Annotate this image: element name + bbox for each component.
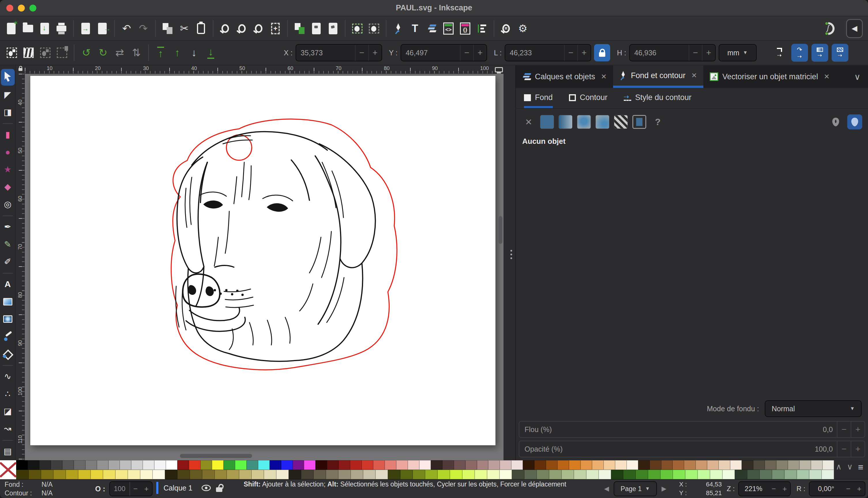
tab-vectoriser-objet-matriciel[interactable]: Vectoriser un objet matriciel ✕	[703, 65, 836, 88]
copy-icon[interactable]	[159, 18, 176, 39]
opacity-slider[interactable]: Opacité (%) 100,0 − +	[519, 441, 865, 457]
palette-swatch[interactable]	[799, 460, 811, 470]
palette-swatch[interactable]	[350, 460, 362, 470]
no-paint-button[interactable]: ✕	[522, 115, 535, 129]
palette-swatch[interactable]	[809, 470, 821, 479]
width-field[interactable]: 46,233−+	[505, 44, 591, 61]
zoom-increment[interactable]: +	[779, 484, 790, 494]
palette-swatch[interactable]	[85, 460, 97, 470]
palette-swatch[interactable]	[615, 460, 627, 470]
palette-swatch[interactable]	[822, 460, 834, 470]
palette-swatch[interactable]	[636, 470, 648, 479]
node-editor-tool[interactable]: ◤	[1, 86, 15, 103]
palette-swatch[interactable]	[500, 470, 512, 479]
undo-icon[interactable]: ↶	[118, 18, 135, 39]
palette-swatch[interactable]	[718, 460, 730, 470]
lower-icon[interactable]: ↓	[186, 43, 203, 63]
paint-bucket-tool[interactable]	[1, 345, 15, 362]
height-increment[interactable]: +	[702, 48, 715, 58]
fill-rule-evenodd-button[interactable]	[828, 115, 843, 129]
mesh-gradient-tool[interactable]	[1, 311, 15, 327]
blur-increment[interactable]: +	[851, 424, 865, 434]
import-icon[interactable]	[77, 18, 94, 39]
next-page-button[interactable]: ▶	[662, 485, 666, 493]
selectors-css-icon[interactable]: {}	[457, 18, 474, 39]
ungroup-icon[interactable]	[366, 18, 383, 39]
shape-builder-tool[interactable]: ◨	[1, 104, 15, 120]
palette-swatch[interactable]	[465, 460, 477, 470]
palette-swatch[interactable]	[200, 460, 212, 470]
swatch-button[interactable]	[632, 115, 646, 129]
fill-stroke-dialog-icon[interactable]	[390, 18, 406, 39]
selection-bbox-icon[interactable]	[54, 43, 70, 63]
palette-swatch[interactable]	[442, 460, 454, 470]
palette-swatch[interactable]	[315, 460, 327, 470]
palette-swatch[interactable]	[313, 470, 326, 479]
subtab-contour[interactable]: Contour	[569, 93, 608, 108]
palette-swatch[interactable]	[154, 460, 166, 470]
vertical-scrollbar[interactable]	[498, 74, 503, 460]
palette-swatch[interactable]	[62, 460, 74, 470]
palette-swatch[interactable]	[730, 460, 742, 470]
palette-swatch[interactable]	[97, 460, 108, 470]
y-increment[interactable]: +	[474, 48, 487, 58]
export-icon[interactable]	[94, 18, 111, 39]
palette-swatch[interactable]	[202, 470, 215, 479]
palette-swatch[interactable]	[685, 470, 698, 479]
palette-swatch[interactable]	[166, 460, 177, 470]
palette-swatch[interactable]	[78, 470, 91, 479]
no-color-swatch[interactable]	[0, 460, 16, 479]
flat-color-button[interactable]	[540, 115, 554, 129]
page[interactable]	[30, 76, 495, 445]
subtab-style-du-contour[interactable]: ⇢ Style du contour	[624, 93, 691, 108]
opacity-field-increment[interactable]: +	[141, 484, 152, 494]
canvas[interactable]	[25, 74, 504, 460]
palette-swatch[interactable]	[212, 460, 223, 470]
duplicate-icon[interactable]	[291, 18, 308, 39]
palette-swatch[interactable]	[115, 470, 128, 479]
fill-stroke-indicator[interactable]: Fond :N/A Contour :N/A	[4, 480, 67, 497]
x-decrement[interactable]: −	[355, 48, 368, 58]
cut-icon[interactable]: ✂	[176, 18, 193, 39]
palette-swatch[interactable]	[747, 470, 760, 479]
palette-scroll-down-icon[interactable]: ∨	[847, 462, 853, 471]
palette-swatch[interactable]	[477, 460, 489, 470]
palette-swatch[interactable]	[103, 470, 115, 479]
palette-swatch[interactable]	[487, 470, 500, 479]
ellipse-tool[interactable]: ●	[1, 144, 15, 160]
rotation-decrement[interactable]: −	[843, 484, 854, 494]
palette-swatch[interactable]	[363, 470, 375, 479]
dock-splitter-handle[interactable]	[508, 250, 515, 259]
eraser-tool[interactable]: ◪	[1, 403, 15, 420]
zoom-page-icon[interactable]	[250, 18, 267, 39]
flip-vertical-icon[interactable]: ⇅	[128, 43, 145, 63]
palette-swatch[interactable]	[673, 460, 684, 470]
connector-tool[interactable]: ↝	[1, 420, 15, 437]
palette-swatch[interactable]	[512, 470, 524, 479]
palette-swatch[interactable]	[120, 460, 131, 470]
rectangle-tool[interactable]: ▮	[1, 126, 15, 143]
calligraphy-tool[interactable]: ✐	[1, 253, 15, 270]
palette-swatch[interactable]	[140, 470, 153, 479]
palette-swatch[interactable]	[281, 460, 293, 470]
palette-swatch[interactable]	[546, 460, 557, 470]
palette-swatch[interactable]	[561, 470, 574, 479]
guide-lock-toggle[interactable]	[16, 65, 25, 74]
palette-swatch[interactable]	[488, 460, 500, 470]
lower-to-bottom-icon[interactable]: ↓	[203, 43, 219, 63]
palette-swatch[interactable]	[16, 460, 28, 470]
opacity-field-decrement[interactable]: −	[130, 484, 141, 494]
redo-icon[interactable]: ↷	[135, 18, 152, 39]
swatch-pattern-button[interactable]	[614, 115, 628, 129]
palette-swatch[interactable]	[811, 460, 822, 470]
paste-icon[interactable]	[193, 18, 209, 39]
palette-swatch[interactable]	[661, 460, 673, 470]
palette-swatch[interactable]	[592, 460, 604, 470]
display-mode-icon[interactable]	[494, 65, 504, 74]
close-tab-icon[interactable]: ✕	[601, 73, 607, 81]
y-decrement[interactable]: −	[461, 48, 473, 58]
palette-swatch[interactable]	[215, 470, 227, 479]
close-tab-icon[interactable]: ✕	[824, 73, 830, 81]
dock-menu-chevron-icon[interactable]: ∨	[854, 65, 860, 88]
palette-swatch[interactable]	[604, 460, 615, 470]
